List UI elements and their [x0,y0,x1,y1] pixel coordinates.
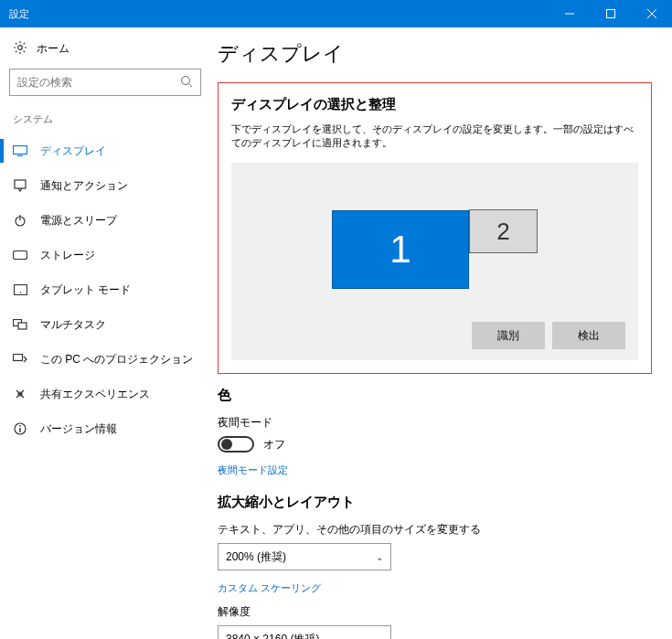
nav-storage[interactable]: ストレージ [0,238,210,272]
nav-label: 通知とアクション [40,178,128,194]
chevron-down-icon: ⌄ [376,634,383,640]
nav-shared[interactable]: 共有エクスペリエンス [0,377,210,411]
scale-select[interactable]: 200% (推奨) ⌄ [218,543,391,570]
display-select-section: ディスプレイの選択と整理 下でディスプレイを選択して、そのディスプレイの設定を変… [218,82,652,374]
night-mode-state: オフ [263,437,285,453]
svg-line-6 [189,83,193,87]
storage-icon [13,248,27,262]
multitask-icon [13,317,27,332]
content-area: ディスプレイ ディスプレイの選択と整理 下でディスプレイを選択して、そのディスプ… [210,27,672,639]
notification-icon [13,178,27,193]
display-icon [13,144,27,158]
nav-label: バージョン情報 [40,421,117,437]
nav-notifications[interactable]: 通知とアクション [0,168,210,203]
power-icon [13,213,27,228]
settings-search[interactable] [9,69,201,96]
tablet-icon [13,282,27,297]
projection-icon [13,352,27,367]
svg-rect-13 [14,285,27,295]
minimize-button[interactable] [549,0,590,27]
night-mode-toggle[interactable] [218,436,254,453]
custom-scaling-link[interactable]: カスタム スケーリング [218,581,321,595]
nav-tablet[interactable]: タブレット モード [0,272,210,307]
nav-label: ディスプレイ [40,144,106,159]
nav-about[interactable]: バージョン情報 [0,411,210,446]
color-heading: 色 [218,387,652,404]
svg-point-4 [18,46,23,50]
page-title: ディスプレイ [218,40,652,68]
nav-label: 電源とスリープ [40,213,117,229]
detect-button[interactable]: 検出 [552,322,625,349]
chevron-down-icon: ⌄ [376,552,383,562]
close-button[interactable] [631,0,672,27]
svg-rect-12 [14,251,27,260]
section-label: システム [0,112,210,133]
resolution-label: 解像度 [218,604,652,620]
info-icon [13,421,27,436]
svg-rect-7 [14,146,27,154]
search-icon [180,75,193,91]
search-input[interactable] [17,76,180,89]
nav-label: マルチタスク [40,317,106,333]
home-button[interactable]: ホーム [0,40,210,69]
scale-value: 200% (推奨) [226,549,286,565]
sidebar: ホーム システム ディスプレイ 通知とアクション 電源とスリープ ストレージ タ… [0,27,210,639]
nav-projection[interactable]: この PC へのプロジェクション [0,342,210,377]
select-heading: ディスプレイの選択と整理 [231,96,638,113]
svg-rect-9 [15,180,26,188]
share-icon [13,387,27,401]
svg-rect-16 [18,323,27,329]
nav-power[interactable]: 電源とスリープ [0,203,210,238]
night-mode-settings-link[interactable]: 夜間モード設定 [218,463,288,477]
nav-multitask[interactable]: マルチタスク [0,307,210,342]
svg-point-21 [19,425,21,427]
nav-label: 共有エクスペリエンス [40,387,150,402]
scale-heading: 拡大縮小とレイアウト [218,494,652,511]
nav-label: タブレット モード [40,282,131,298]
select-description: 下でディスプレイを選択して、そのディスプレイの設定を変更します。一部の設定はすべ… [231,122,638,150]
titlebar: 設定 [0,0,672,27]
window-title: 設定 [9,7,29,21]
display-2[interactable]: 2 [469,209,538,253]
nav-display[interactable]: ディスプレイ [0,133,210,168]
maximize-button[interactable] [590,0,631,27]
svg-rect-17 [14,355,23,361]
svg-point-5 [182,76,190,84]
resolution-select[interactable]: 3840 × 2160 (推奨) ⌄ [218,625,391,639]
night-mode-label: 夜間モード [218,415,652,431]
svg-rect-1 [606,10,614,18]
scale-label: テキスト、アプリ、その他の項目のサイズを変更する [218,522,652,538]
identify-button[interactable]: 識別 [472,322,545,349]
display-arrangement-area[interactable]: 1 2 識別 検出 [231,163,638,360]
display-1[interactable]: 1 [332,210,469,289]
svg-point-14 [19,292,21,293]
home-label: ホーム [37,41,69,57]
nav-label: この PC へのプロジェクション [40,352,193,367]
resolution-value: 3840 × 2160 (推奨) [226,632,319,640]
gear-icon [13,40,27,58]
nav-label: ストレージ [40,248,95,263]
